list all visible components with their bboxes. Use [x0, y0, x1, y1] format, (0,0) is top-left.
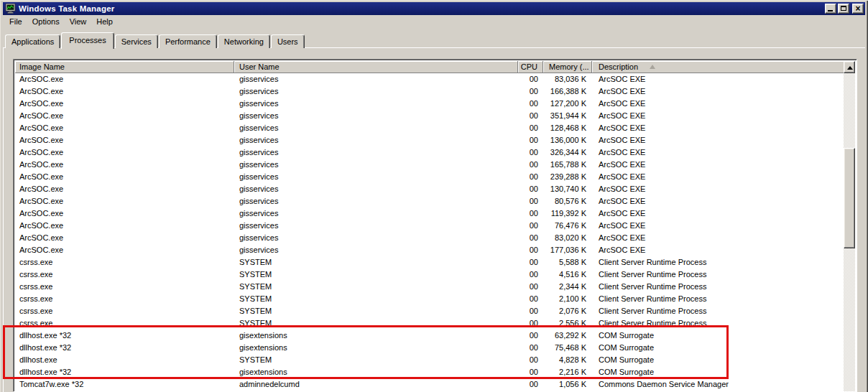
cell-memory: 75,468 K: [543, 342, 592, 354]
cell-cpu: 00: [518, 159, 543, 171]
cell-cpu: 00: [518, 183, 543, 195]
minimize-button[interactable]: [825, 4, 836, 14]
cell-description: ArcSOC EXE: [592, 195, 845, 207]
cell-description: ArcSOC EXE: [592, 122, 845, 134]
cell-user: gisservices: [234, 195, 518, 207]
process-row[interactable]: ArcSOC.exegisservices0080,576 KArcSOC EX…: [15, 195, 845, 207]
sort-ascending-icon: [650, 65, 655, 69]
process-row[interactable]: Tomcat7w.exe *32adminnedelcumd001,056 KC…: [15, 378, 845, 391]
cell-image: ArcSOC.exe: [15, 220, 234, 232]
cell-description: ArcSOC EXE: [592, 207, 845, 220]
cell-memory: 166,388 K: [543, 85, 592, 98]
process-row[interactable]: ArcSOC.exegisservices0076,476 KArcSOC EX…: [15, 220, 845, 232]
process-row[interactable]: ArcSOC.exegisservices00239,288 KArcSOC E…: [15, 171, 845, 183]
cell-cpu: 00: [518, 220, 543, 232]
cell-image: ArcSOC.exe: [15, 73, 234, 85]
process-row[interactable]: ArcSOC.exegisservices00130,740 KArcSOC E…: [15, 183, 845, 195]
cell-image: dllhost.exe *32: [15, 366, 234, 378]
cell-user: gisservices: [234, 159, 518, 171]
tab-services[interactable]: Services: [115, 34, 158, 48]
menu-item-options[interactable]: Options: [27, 16, 65, 27]
cell-cpu: 00: [518, 134, 543, 146]
cell-description: ArcSOC EXE: [592, 134, 845, 146]
tab-networking[interactable]: Networking: [218, 34, 270, 48]
process-row[interactable]: dllhost.exe *32gisextensions0063,292 KCO…: [15, 330, 845, 342]
cell-user: SYSTEM: [234, 269, 518, 281]
process-row[interactable]: dllhost.exeSYSTEM004,828 KCOM Surrogate: [15, 354, 845, 366]
tab-processes[interactable]: Processes: [61, 32, 114, 49]
process-row[interactable]: csrss.exeSYSTEM002,100 KClient Server Ru…: [15, 293, 845, 305]
process-row[interactable]: ArcSOC.exegisservices00177,036 KArcSOC E…: [15, 244, 845, 256]
maximize-button[interactable]: [838, 4, 849, 14]
process-row[interactable]: ArcSOC.exegisservices00165,788 KArcSOC E…: [15, 159, 845, 171]
process-row[interactable]: csrss.exeSYSTEM004,516 KClient Server Ru…: [15, 269, 845, 281]
tab-applications[interactable]: Applications: [5, 34, 60, 48]
cell-cpu: 00: [518, 85, 543, 98]
cell-user: gisservices: [234, 220, 518, 232]
close-button[interactable]: ×: [852, 4, 864, 14]
window-title: Windows Task Manager: [19, 4, 825, 13]
cell-description: Commons Daemon Service Manager: [592, 378, 845, 391]
menu-bar: FileOptionsViewHelp: [3, 15, 865, 28]
menu-item-view[interactable]: View: [65, 16, 92, 27]
process-row[interactable]: ArcSOC.exegisservices00351,944 KArcSOC E…: [15, 110, 845, 122]
tab-users[interactable]: Users: [271, 34, 305, 48]
process-row[interactable]: ArcSOC.exegisservices00119,392 KArcSOC E…: [15, 207, 845, 220]
process-row[interactable]: dllhost.exe *32gisextensions002,216 KCOM…: [15, 366, 845, 378]
cell-memory: 351,944 K: [543, 110, 592, 122]
cell-image: ArcSOC.exe: [15, 110, 234, 122]
process-row[interactable]: ArcSOC.exegisservices00326,344 KArcSOC E…: [15, 146, 845, 159]
cell-cpu: 00: [518, 171, 543, 183]
cell-image: dllhost.exe: [15, 354, 234, 366]
process-row[interactable]: csrss.exeSYSTEM005,588 KClient Server Ru…: [15, 256, 845, 269]
process-row[interactable]: ArcSOC.exegisservices00166,388 KArcSOC E…: [15, 85, 845, 98]
scroll-up-button[interactable]: [844, 61, 855, 73]
cell-memory: 2,344 K: [543, 281, 592, 293]
cell-image: ArcSOC.exe: [15, 85, 234, 98]
scroll-up-icon: [847, 66, 853, 70]
title-bar[interactable]: Windows Task Manager ×: [3, 2, 865, 15]
process-list: Image Name User Name CPU Memory (... Des…: [13, 59, 857, 392]
cell-cpu: 00: [518, 354, 543, 366]
column-header-cpu[interactable]: CPU: [518, 61, 543, 73]
menu-item-help[interactable]: Help: [91, 16, 118, 27]
cell-image: dllhost.exe *32: [15, 330, 234, 342]
cell-image: csrss.exe: [15, 317, 234, 330]
process-row[interactable]: csrss.exeSYSTEM002,344 KClient Server Ru…: [15, 281, 845, 293]
cell-description: ArcSOC EXE: [592, 73, 845, 85]
cell-description: ArcSOC EXE: [592, 146, 845, 159]
cell-cpu: 00: [518, 195, 543, 207]
cell-image: ArcSOC.exe: [15, 207, 234, 220]
cell-description: COM Surrogate: [592, 354, 845, 366]
cell-user: gisservices: [234, 244, 518, 256]
vertical-scrollbar[interactable]: [844, 61, 855, 391]
column-header-memory[interactable]: Memory (...: [543, 61, 592, 73]
process-row[interactable]: ArcSOC.exegisservices00128,468 KArcSOC E…: [15, 122, 845, 134]
process-row[interactable]: ArcSOC.exegisservices0083,020 KArcSOC EX…: [15, 232, 845, 244]
cell-cpu: 00: [518, 366, 543, 378]
cell-memory: 63,292 K: [543, 330, 592, 342]
scrollbar-thumb[interactable]: [844, 148, 855, 248]
process-row[interactable]: csrss.exeSYSTEM002,076 KClient Server Ru…: [15, 305, 845, 317]
menu-item-file[interactable]: File: [4, 16, 27, 27]
column-header-user-name[interactable]: User Name: [234, 61, 518, 73]
process-row[interactable]: ArcSOC.exegisservices0083,036 KArcSOC EX…: [15, 73, 845, 85]
cell-user: gisservices: [234, 134, 518, 146]
cell-memory: 119,392 K: [543, 207, 592, 220]
cell-description: COM Surrogate: [592, 342, 845, 354]
column-header-description[interactable]: Description: [592, 61, 845, 73]
cell-description: COM Surrogate: [592, 330, 845, 342]
cell-memory: 1,056 K: [543, 378, 592, 391]
cell-cpu: 00: [518, 293, 543, 305]
process-row[interactable]: ArcSOC.exegisservices00127,200 KArcSOC E…: [15, 98, 845, 110]
cell-cpu: 00: [518, 342, 543, 354]
process-row[interactable]: csrss.exeSYSTEM002,556 KClient Server Ru…: [15, 317, 845, 330]
process-row[interactable]: ArcSOC.exegisservices00136,000 KArcSOC E…: [15, 134, 845, 146]
cell-description: ArcSOC EXE: [592, 98, 845, 110]
tab-performance[interactable]: Performance: [159, 34, 217, 48]
cell-image: csrss.exe: [15, 269, 234, 281]
process-row[interactable]: dllhost.exe *32gisextensions0075,468 KCO…: [15, 342, 845, 354]
column-header-image-name[interactable]: Image Name: [15, 61, 234, 73]
cell-cpu: 00: [518, 98, 543, 110]
cell-description: Client Server Runtime Process: [592, 256, 845, 269]
